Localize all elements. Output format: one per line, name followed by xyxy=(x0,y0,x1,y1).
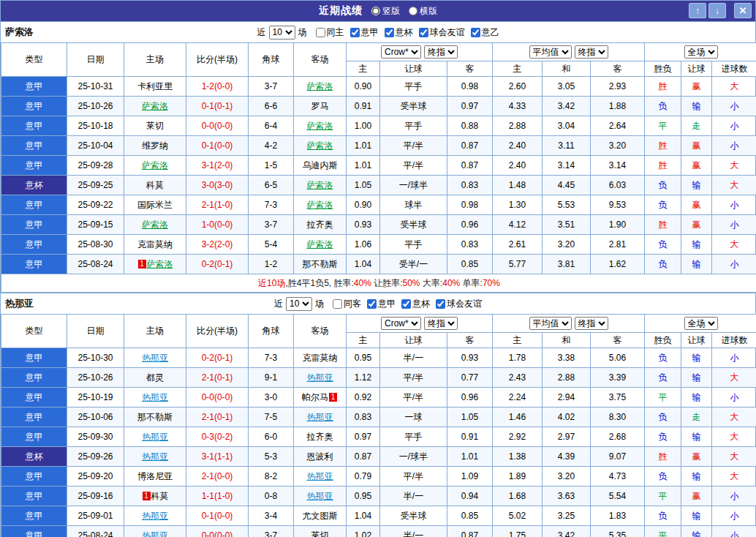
scope-select[interactable]: 全场 xyxy=(684,45,718,59)
league-filter-input[interactable] xyxy=(333,299,342,309)
average-select[interactable]: 平均值 xyxy=(529,317,572,330)
home-team-link[interactable]: 萨索洛 xyxy=(142,101,168,111)
league-filter-input[interactable] xyxy=(471,28,480,37)
away-team-link[interactable]: 那不勒斯 xyxy=(303,259,338,269)
home-team-link[interactable]: 卡利亚里 xyxy=(137,81,173,91)
home-team-link[interactable]: 莱切 xyxy=(146,121,164,131)
layout-radio-vertical-input[interactable] xyxy=(371,7,380,15)
score-cell[interactable]: 0-0(0-0) xyxy=(186,116,249,136)
league-filter-checkbox[interactable]: 球会友谊 xyxy=(430,298,482,310)
away-team-link[interactable]: 萨索洛 xyxy=(307,81,333,91)
league-filter-checkbox[interactable]: 球会友谊 xyxy=(413,26,465,39)
away-team-link[interactable]: 热那亚 xyxy=(307,412,333,422)
home-team-link[interactable]: 维罗纳 xyxy=(142,140,168,151)
home-team-link[interactable]: 科莫 xyxy=(151,491,169,501)
away-team-link[interactable]: 热那亚 xyxy=(307,491,333,501)
score-cell[interactable]: 3-2(2-0) xyxy=(186,235,249,255)
home-team-link[interactable]: 克雷莫纳 xyxy=(137,239,173,249)
layout-radio-horizontal[interactable]: 横版 xyxy=(409,5,437,18)
score-cell[interactable]: 3-0(3-0) xyxy=(186,176,249,195)
score-cell[interactable]: 2-1(1-0) xyxy=(186,195,249,215)
away-team-link[interactable]: 乌迪内斯 xyxy=(303,160,338,170)
layout-radio-horizontal-input[interactable] xyxy=(409,7,417,15)
home-team-link[interactable]: 热那亚 xyxy=(142,511,168,521)
league-filter-input[interactable] xyxy=(419,28,428,37)
layout-radio-vertical[interactable]: 竖版 xyxy=(371,5,400,18)
move-down-button[interactable]: ↓ xyxy=(708,3,726,18)
move-up-button[interactable]: ↑ xyxy=(689,3,706,18)
away-team-link[interactable]: 克雷莫纳 xyxy=(303,353,338,363)
home-team-link[interactable]: 萨索洛 xyxy=(147,259,173,269)
score-cell[interactable]: 0-1(0-0) xyxy=(186,136,249,156)
home-team-link[interactable]: 国际米兰 xyxy=(137,200,173,210)
score-cell[interactable]: 3-1(1-1) xyxy=(186,447,249,467)
average-select[interactable]: 平均值 xyxy=(529,45,572,59)
away-team-link[interactable]: 萨索洛 xyxy=(307,200,333,210)
date-cell: 25-08-30 xyxy=(67,235,124,255)
league-filter-checkbox[interactable]: 意甲 xyxy=(344,26,379,39)
home-team-link[interactable]: 萨索洛 xyxy=(142,219,168,230)
odds-stage-select[interactable]: 终指 xyxy=(424,317,458,330)
score-cell[interactable]: 0-2(0-1) xyxy=(186,255,249,274)
away-team-link[interactable]: 恩波利 xyxy=(307,451,333,462)
score-cell[interactable]: 2-1(0-1) xyxy=(186,368,249,388)
away-team-link[interactable]: 罗马 xyxy=(311,101,329,111)
score-cell[interactable]: 0-3(0-2) xyxy=(186,427,249,447)
home-team-link[interactable]: 那不勒斯 xyxy=(137,412,173,422)
handicap-cell: 半/一 xyxy=(380,487,447,506)
average-stage-select[interactable]: 终指 xyxy=(575,45,608,59)
home-team-link[interactable]: 热那亚 xyxy=(142,353,168,363)
league-filter-checkbox[interactable]: 同主 xyxy=(310,26,344,39)
away-team-link[interactable]: 拉齐奥 xyxy=(307,432,333,442)
odds-stage-select[interactable]: 终指 xyxy=(424,45,458,59)
league-filter-input[interactable] xyxy=(367,299,377,309)
league-filter-input[interactable] xyxy=(401,299,411,309)
score-cell[interactable]: 3-1(2-0) xyxy=(186,156,249,176)
league-filter-checkbox[interactable]: 意乙 xyxy=(465,26,499,39)
score-cell[interactable]: 0-0(0-0) xyxy=(186,526,249,537)
score-cell[interactable]: 1-1(1-0) xyxy=(186,487,249,506)
score-cell[interactable]: 0-1(0-0) xyxy=(186,506,249,526)
recent-count-select[interactable]: 10 xyxy=(269,26,295,40)
score-cell[interactable]: 1-2(0-0) xyxy=(186,77,249,97)
away-team-link[interactable]: 帕尔马 xyxy=(302,392,328,402)
away-team-link[interactable]: 萨索洛 xyxy=(307,140,333,151)
home-team-link[interactable]: 热那亚 xyxy=(142,432,168,442)
away-team-link[interactable]: 拉齐奥 xyxy=(307,219,333,230)
league-filter-input[interactable] xyxy=(350,28,360,37)
close-button[interactable]: ✕ xyxy=(734,3,752,18)
average-stage-select[interactable]: 终指 xyxy=(575,317,608,330)
home-team-link[interactable]: 科莫 xyxy=(146,180,164,190)
away-team-link[interactable]: 尤文图斯 xyxy=(303,511,338,521)
recent-count-select[interactable]: 10 xyxy=(286,297,312,311)
away-team-link[interactable]: 热那亚 xyxy=(307,372,333,383)
score-cell[interactable]: 0-1(0-1) xyxy=(186,97,249,116)
score-cell[interactable]: 1-0(0-0) xyxy=(186,215,249,235)
home-team-link[interactable]: 热那亚 xyxy=(142,451,168,462)
league-filter-checkbox[interactable]: 同客 xyxy=(327,298,361,310)
home-odds-cell: 0.92 xyxy=(347,388,380,408)
scope-select[interactable]: 全场 xyxy=(684,317,718,330)
score-cell[interactable]: 2-1(0-1) xyxy=(186,408,249,427)
league-filter-input[interactable] xyxy=(385,28,394,37)
home-team-link[interactable]: 萨索洛 xyxy=(142,160,168,170)
away-team-link[interactable]: 萨索洛 xyxy=(307,239,333,249)
odds-source-select[interactable]: Crow* xyxy=(381,317,421,330)
score-cell[interactable]: 0-2(0-1) xyxy=(186,348,249,368)
league-filter-checkbox[interactable]: 意甲 xyxy=(361,298,396,310)
home-team-link[interactable]: 都灵 xyxy=(146,372,164,383)
score-cell[interactable]: 2-1(0-0) xyxy=(186,467,249,487)
score-cell[interactable]: 0-0(0-0) xyxy=(186,388,249,408)
home-team-link[interactable]: 热那亚 xyxy=(142,392,168,402)
away-team-link[interactable]: 莱切 xyxy=(311,530,329,537)
league-filter-checkbox[interactable]: 意杯 xyxy=(379,26,413,39)
away-team-link[interactable]: 萨索洛 xyxy=(307,121,333,131)
home-team-link[interactable]: 博洛尼亚 xyxy=(137,471,173,481)
league-filter-input[interactable] xyxy=(436,299,445,309)
league-filter-checkbox[interactable]: 意杯 xyxy=(396,298,430,310)
league-filter-input[interactable] xyxy=(316,28,325,37)
odds-source-select[interactable]: Crow* xyxy=(381,45,421,59)
away-team-link[interactable]: 热那亚 xyxy=(307,471,333,481)
away-team-link[interactable]: 萨索洛 xyxy=(307,180,333,190)
home-team-link[interactable]: 热那亚 xyxy=(142,530,168,537)
